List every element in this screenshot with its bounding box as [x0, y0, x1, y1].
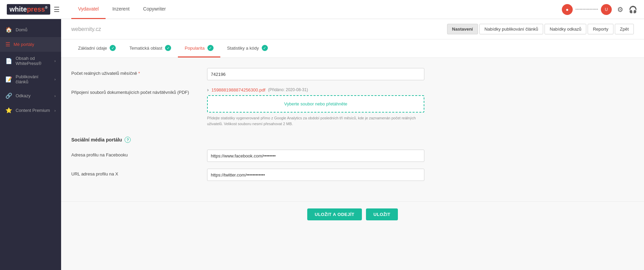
sidebar-item-obsah[interactable]: 📄 Obsah od WhitePress® ›: [0, 52, 61, 70]
odkazy-icon: 🔗: [5, 92, 12, 99]
file-arrow-icon: ›: [207, 87, 209, 92]
sidebar-item-domu[interactable]: 🏠 Domů: [0, 22, 61, 37]
tabs-bar: Základní údaje ✓ Tematická oblast ✓ Popu…: [61, 39, 644, 58]
sidebar-label-publikovani: Publikování článků: [16, 74, 51, 84]
nav-right: ● •••••••••••••••• U ⚙ 🎧: [562, 4, 637, 15]
publikovani-icon: 📝: [5, 76, 12, 83]
sidebar-item-content-premium[interactable]: ⭐ Content Premium ›: [0, 103, 61, 118]
home-icon: 🏠: [5, 27, 12, 33]
top-navigation: whitepress® ☰ Vydavatel Inzerent Copywri…: [0, 0, 644, 19]
row-twitter: URL adresa profilu na X: [71, 169, 424, 181]
tab-zakladni[interactable]: Základní údaje ✓: [71, 39, 123, 57]
user-avatar-icon[interactable]: U: [601, 4, 612, 15]
help-icon[interactable]: ?: [125, 137, 131, 143]
nav-tab-vydavatel[interactable]: Vydavatel: [71, 0, 106, 19]
section-social-media: Sociální média portálu ? Adresa profilu …: [71, 137, 424, 181]
tab-zakladni-check: ✓: [110, 45, 116, 51]
portaly-icon: ☰: [5, 41, 10, 48]
tab-statistiky-label: Statistiky a kódy: [227, 46, 259, 51]
label-monthly-users: Počet reálných uživatelů měsíčně *: [71, 68, 200, 76]
odkazy-arrow: ›: [54, 94, 56, 98]
tab-statistiky-check: ✓: [262, 45, 268, 51]
row-facebook: Adresa profilu na Facebooku: [71, 150, 424, 162]
sidebar-item-me-portaly[interactable]: ☰ Mé portály: [0, 37, 61, 52]
tab-tematicka[interactable]: Tematická oblast ✓: [123, 39, 178, 57]
tab-tematicka-check: ✓: [165, 45, 171, 51]
sidebar-label-obsah: Obsah od WhitePress®: [16, 56, 51, 66]
btn-save-and-leave[interactable]: ULOŽIT A ODEJÍT: [307, 208, 362, 220]
sidebar-item-publikovani[interactable]: 📝 Publikování článků ›: [0, 70, 61, 88]
tab-tematicka-label: Tematická oblast: [129, 46, 162, 51]
obsah-icon: 📄: [5, 58, 12, 64]
tab-popularita[interactable]: Popularita ✓: [178, 39, 220, 57]
nav-tab-copywriter[interactable]: Copywriter: [136, 0, 173, 19]
footer-actions: ULOŽIT A ODEJÍT ULOŽIT: [61, 201, 644, 227]
main-nav-tabs: Vydavatel Inzerent Copywriter: [71, 0, 172, 19]
sidebar-item-odkazy[interactable]: 🔗 Odkazy ›: [0, 88, 61, 103]
logo-area: whitepress® ☰: [7, 4, 68, 15]
field-monthly-users: [207, 68, 424, 80]
btn-nabidky-clanku[interactable]: Nabídky publikování článků: [479, 24, 543, 34]
sidebar-label-content-premium: Content Premium: [16, 108, 50, 113]
label-facebook: Adresa profilu na Facebooku: [71, 150, 200, 157]
field-pdf: › 1598881988874256300.pdf (Přidáno: 2020…: [207, 87, 424, 126]
hamburger-icon[interactable]: ☰: [54, 5, 60, 14]
row-pdf: Připojení souborů dokumentujících počet …: [71, 87, 424, 126]
premium-arrow: ›: [54, 108, 56, 113]
site-name: webernity.cz: [71, 26, 101, 32]
file-attachment: › 1598881988874256300.pdf (Přidáno: 2020…: [207, 87, 424, 92]
label-pdf: Připojení souborů dokumentujících počet …: [71, 87, 200, 95]
form-content: Počet reálných uživatelů měsíčně * Připo…: [61, 58, 435, 201]
user-email: ••••••••••••••••: [575, 7, 598, 12]
sidebar-label-odkazy: Odkazy: [16, 93, 31, 98]
file-date: (Přidáno: 2020-08-31): [268, 87, 308, 92]
btn-reporty[interactable]: Reporty: [588, 24, 613, 34]
sidebar-label-domu: Domů: [16, 27, 27, 32]
row-monthly-users: Počet reálných uživatelů měsíčně *: [71, 68, 424, 80]
header-actions: Nastavení Nabídky publikování článků Nab…: [447, 24, 634, 34]
dropzone-label: Vyberte soubor nebo přetáhněte: [284, 101, 347, 106]
obsah-arrow: ›: [54, 59, 56, 63]
label-twitter: URL adresa profilu na X: [71, 169, 200, 176]
input-monthly-users[interactable]: [207, 68, 424, 80]
file-dropzone[interactable]: Vyberte soubor nebo přetáhněte: [207, 95, 424, 113]
file-link[interactable]: 1598881988874256300.pdf: [211, 87, 265, 92]
publikovani-arrow: ›: [54, 77, 56, 81]
field-facebook: [207, 150, 424, 162]
layout: 🏠 Domů ☰ Mé portály 📄 Obsah od WhitePres…: [0, 19, 644, 270]
sidebar: 🏠 Domů ☰ Mé portály 📄 Obsah od WhitePres…: [0, 19, 61, 270]
sidebar-label-me-portaly: Mé portály: [14, 42, 34, 47]
headset-icon[interactable]: 🎧: [629, 5, 637, 14]
btn-nabidky-odkazu[interactable]: Nabídky odkazů: [545, 24, 586, 34]
page-header: webernity.cz Nastavení Nabídky publiková…: [61, 19, 644, 39]
btn-nastaveni[interactable]: Nastavení: [447, 24, 478, 34]
section-monthly-users: Počet reálných uživatelů měsíčně * Připo…: [71, 68, 424, 126]
btn-zpet[interactable]: Zpět: [615, 24, 634, 34]
avatar: ●: [562, 4, 573, 15]
field-twitter: [207, 169, 424, 181]
nav-tab-inzerent[interactable]: Inzerent: [106, 0, 136, 19]
required-star: *: [138, 71, 140, 76]
tab-popularita-label: Popularita: [185, 46, 205, 51]
input-facebook[interactable]: [207, 150, 424, 162]
premium-icon: ⭐: [5, 107, 12, 114]
main-content: webernity.cz Nastavení Nabídky publiková…: [61, 19, 644, 270]
logo: whitepress®: [7, 4, 50, 15]
input-twitter[interactable]: [207, 169, 424, 181]
tab-zakladni-label: Základní údaje: [78, 46, 107, 51]
file-hint: Přidejte statistiky vygenerované přímo z…: [207, 115, 424, 126]
settings-icon[interactable]: ⚙: [617, 5, 623, 14]
tab-statistiky[interactable]: Statistiky a kódy ✓: [220, 39, 275, 57]
btn-save[interactable]: ULOŽIT: [366, 208, 398, 220]
tab-popularita-check: ✓: [207, 45, 214, 51]
user-info: ● •••••••••••••••• U: [562, 4, 612, 15]
social-section-title: Sociální média portálu ?: [71, 137, 424, 143]
